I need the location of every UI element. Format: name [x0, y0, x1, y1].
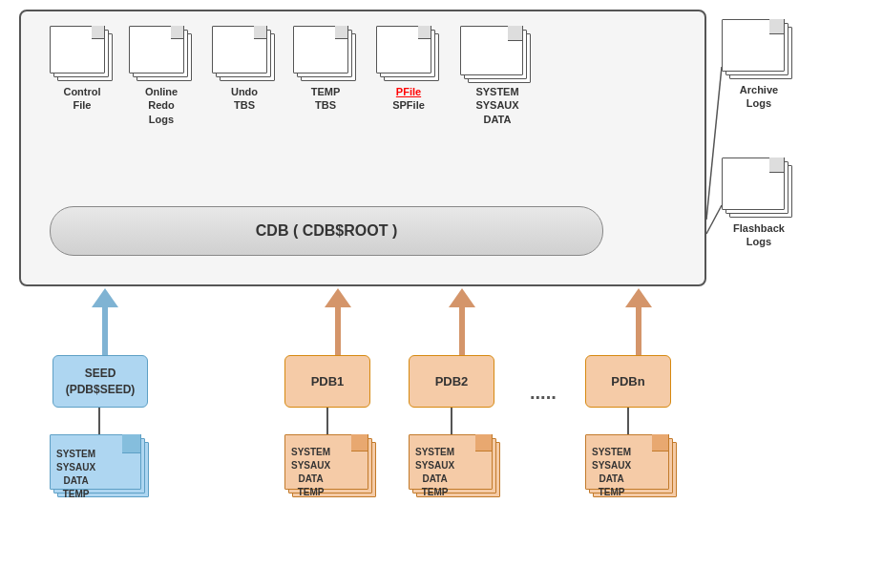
- pdb2-to-cdb-arrow: [449, 288, 475, 355]
- pfile-spfile-stack: PFile SPFile: [376, 26, 441, 113]
- pdb1-files-stack: SYSTEMSYSAUXDATATEMP: [284, 434, 380, 499]
- seed-files-stack: SYSTEMSYSAUXDATATEMP: [50, 434, 151, 499]
- control-file-label: Control File: [50, 85, 115, 113]
- dots-label: .....: [530, 382, 557, 404]
- pdbn-files-stack: SYSTEMSYSAUXDATATEMP: [585, 434, 681, 499]
- seed-to-files-line: [98, 408, 100, 436]
- svg-line-0: [706, 67, 722, 220]
- temp-tbs-stack: TEMP TBS: [293, 26, 358, 113]
- system-sysaux-data-label: SYSTEM SYSAUX DATA: [460, 85, 535, 126]
- diagram-container: Control File Online Redo Logs Undo TBS: [0, 0, 883, 588]
- pdb2-box: PDB2: [409, 355, 494, 408]
- seed-box: SEED(PDB$SEED): [53, 355, 148, 408]
- control-file-stack: Control File: [50, 26, 115, 113]
- undo-tbs-label: Undo TBS: [212, 85, 277, 113]
- pdbn-to-cdb-arrow: [625, 288, 652, 355]
- pdbn-label: PDBn: [611, 374, 644, 388]
- cdb-rect: CDB ( CDB$ROOT ): [50, 206, 603, 256]
- pdb1-label: PDB1: [311, 374, 345, 388]
- flashback-logs-stack: Flashback Logs: [722, 158, 796, 249]
- online-redo-logs-label: Online Redo Logs: [129, 85, 194, 126]
- temp-tbs-label: TEMP TBS: [293, 85, 358, 113]
- cdb-label: CDB ( CDB$ROOT ): [256, 222, 397, 240]
- archive-logs-stack: Archive Logs: [722, 19, 796, 111]
- undo-tbs-stack: Undo TBS: [212, 26, 277, 113]
- pfile-spfile-label: PFile SPFile: [376, 85, 441, 113]
- online-redo-logs-stack: Online Redo Logs: [129, 26, 194, 126]
- pdb2-label: PDB2: [435, 374, 469, 388]
- pdbn-box: PDBn: [585, 355, 671, 408]
- pdb1-box: PDB1: [284, 355, 370, 408]
- seed-label: SEED(PDB$SEED): [66, 366, 136, 398]
- pdb2-files-stack: SYSTEMSYSAUXDATATEMP: [409, 434, 504, 499]
- pdbn-to-files-line: [627, 408, 629, 436]
- pdb1-to-files-line: [326, 408, 328, 436]
- flashback-logs-label: Flashback Logs: [722, 221, 796, 249]
- pdb2-to-files-line: [451, 408, 452, 436]
- seed-to-cdb-arrow: [92, 288, 118, 355]
- cdb-outer-box: Control File Online Redo Logs Undo TBS: [19, 10, 706, 286]
- svg-line-1: [706, 205, 722, 234]
- archive-logs-label: Archive Logs: [722, 83, 796, 111]
- system-sysaux-data-stack: SYSTEM SYSAUX DATA: [460, 26, 535, 126]
- pdb1-to-cdb-arrow: [325, 288, 351, 355]
